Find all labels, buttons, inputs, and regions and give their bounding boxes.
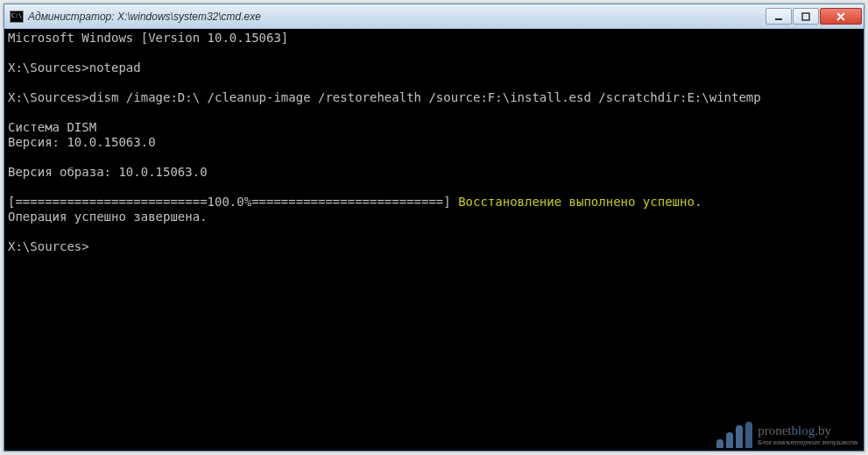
image-version: Версия образа: 10.0.15063.0	[8, 165, 208, 179]
prompt: X:\Sources>	[8, 239, 89, 253]
watermark-text: pronetblog.by Блог компьютерного энтузиа…	[758, 424, 857, 445]
command-text: dism /image:D:\ /cleanup-image /restoreh…	[89, 90, 761, 104]
watermark-logo-icon	[716, 422, 752, 448]
terminal-output[interactable]: Microsoft Windows [Version 10.0.15063] X…	[4, 29, 864, 451]
close-button[interactable]	[820, 8, 862, 25]
maximize-button[interactable]	[793, 8, 819, 25]
svg-rect-0	[775, 18, 782, 20]
progress-bar: [==========================100.0%=======…	[8, 195, 458, 209]
watermark-subtitle: Блог компьютерного энтузиаста	[758, 439, 857, 445]
progress-status: Восстановление выполнено успешно.	[458, 195, 702, 209]
watermark-brand-c: .by	[815, 423, 831, 437]
cmd-window: C:\ Администратор: X:\windows\system32\c…	[4, 4, 864, 451]
minimize-button[interactable]	[766, 8, 792, 25]
window-title: Администратор: X:\windows\system32\cmd.e…	[28, 11, 766, 23]
dism-header: Cистема DISM	[8, 120, 96, 134]
prompt: X:\Sources>	[8, 90, 89, 104]
prompt: X:\Sources>	[8, 60, 89, 75]
svg-rect-1	[802, 13, 809, 20]
cmd-icon: C:\	[10, 11, 24, 23]
completion-message: Операция успешно завершена.	[8, 210, 208, 224]
command-text: notepad	[89, 60, 141, 75]
version-line: Microsoft Windows [Version 10.0.15063]	[8, 31, 288, 45]
window-controls	[766, 8, 862, 25]
titlebar[interactable]: C:\ Администратор: X:\windows\system32\c…	[4, 4, 864, 29]
watermark-brand-a: pronet	[758, 423, 791, 437]
dism-version: Версия: 10.0.15063.0	[8, 135, 156, 149]
watermark-brand-b: blog	[791, 423, 815, 437]
watermark: pronetblog.by Блог компьютерного энтузиа…	[716, 422, 857, 448]
